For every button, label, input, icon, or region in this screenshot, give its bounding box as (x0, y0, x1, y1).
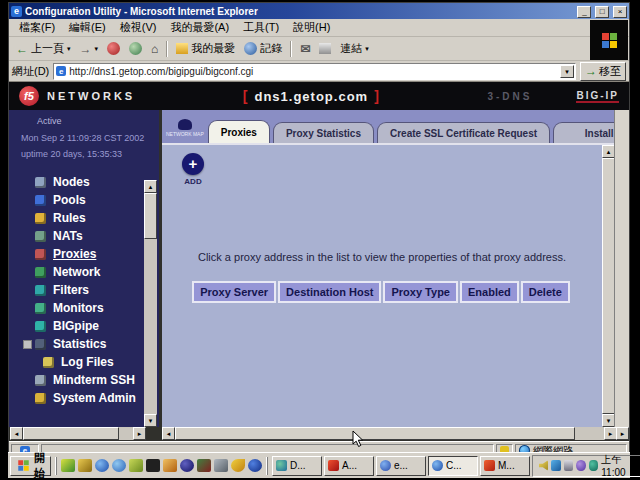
address-input[interactable] (69, 66, 560, 77)
quick-launch-icon[interactable] (146, 459, 160, 472)
network-status-icon[interactable] (589, 460, 598, 471)
task-icon (432, 460, 443, 471)
product-bigip-label: BIG-IP (576, 90, 619, 103)
close-button[interactable]: × (613, 6, 627, 18)
window-controls: _ □ × (576, 5, 627, 18)
home-button[interactable]: ⌂ (148, 42, 161, 56)
messenger-icon[interactable] (551, 460, 560, 471)
display-icon[interactable] (564, 460, 573, 471)
forward-button[interactable]: → ▾ (77, 42, 102, 56)
address-dropdown-button[interactable]: ▾ (560, 65, 574, 78)
sidebar-item-network[interactable]: Network (9, 263, 159, 281)
mail-button[interactable]: ✉ (297, 42, 313, 56)
scroll-up-icon[interactable]: ▴ (144, 180, 157, 193)
sidebar-item-log-files[interactable]: Log Files (9, 353, 159, 371)
taskbar-divider (55, 457, 57, 475)
volume-icon[interactable] (539, 460, 548, 471)
scrollbar-thumb[interactable] (175, 427, 575, 440)
menu-favorites[interactable]: 我的最愛(A) (164, 19, 235, 36)
windows-flag-icon (18, 460, 29, 471)
expand-icon[interactable] (23, 340, 32, 349)
tab-proxy-statistics[interactable]: Proxy Statistics (273, 122, 374, 143)
scroll-left-icon[interactable]: ◂ (10, 427, 23, 440)
column-destination-host: Destination Host (278, 281, 381, 303)
network-map-icon (178, 119, 192, 130)
quick-launch-icon[interactable] (129, 459, 143, 472)
corner-scroll-button[interactable]: ▸ (616, 427, 629, 440)
scroll-right-icon[interactable]: ▸ (133, 427, 146, 440)
sidebar-item-filters[interactable]: Filters (9, 281, 159, 299)
f5-logo-icon: f5 (19, 86, 39, 106)
go-button[interactable]: → 移至 (580, 62, 626, 81)
frameset: Active Mon Sep 2 11:09:28 CST 2002 uptim… (9, 110, 629, 427)
window-scroll-gutter (614, 110, 629, 427)
task-label: D... (290, 460, 306, 471)
system-tray: 上午 11:00 (532, 455, 640, 477)
update-icon[interactable] (576, 460, 585, 471)
start-button[interactable]: 開始 (10, 456, 51, 476)
task-button-3[interactable]: e... (376, 456, 426, 476)
add-label: ADD (178, 177, 208, 186)
sidebar-item-rules[interactable]: Rules (9, 209, 159, 227)
sidebar-item-proxies[interactable]: Proxies (9, 245, 159, 263)
quick-launch-icon[interactable] (214, 459, 228, 472)
quick-launch-icon[interactable] (180, 459, 194, 472)
quick-launch-icon[interactable] (61, 459, 75, 472)
sidebar-item-mindterm-ssh[interactable]: Mindterm SSH (9, 371, 159, 389)
quick-launch-icon[interactable] (231, 459, 245, 472)
sidebar-item-system-admin[interactable]: System Admin (9, 389, 159, 407)
main-horizontal-scrollbar[interactable]: ◂ ▸ (162, 427, 617, 440)
sidebar-item-monitors[interactable]: Monitors (9, 299, 159, 317)
taskbar-clock[interactable]: 上午 11:00 (601, 453, 638, 478)
stop-button[interactable] (104, 41, 123, 56)
back-button[interactable]: ← 上一頁 ▾ (13, 40, 74, 57)
refresh-button[interactable] (126, 41, 145, 56)
tab-create-ssl-certificate-request[interactable]: Create SSL Certificate Request (377, 122, 550, 143)
menu-edit[interactable]: 編輯(E) (63, 19, 112, 36)
sidebar-item-statistics[interactable]: Statistics (9, 335, 159, 353)
task-icon (276, 460, 287, 471)
menu-file[interactable]: 檔案(F) (13, 19, 61, 36)
scroll-left-icon[interactable]: ◂ (162, 427, 175, 440)
maximize-button[interactable]: □ (595, 6, 609, 18)
plus-icon[interactable]: + (182, 153, 204, 175)
history-button[interactable]: 記錄 (241, 40, 285, 57)
add-proxy-button[interactable]: + ADD (178, 153, 208, 186)
windows-flag-icon (602, 33, 617, 48)
favorites-button[interactable]: 我的最愛 (173, 40, 238, 57)
task-button-1[interactable]: D... (272, 456, 322, 476)
scrollbar-thumb[interactable] (23, 427, 119, 440)
left-bracket: [ (243, 88, 249, 104)
unit-uptime: uptime 20 days, 15:35:33 (21, 149, 159, 159)
sidebar-horizontal-scrollbar[interactable]: ◂ ▸ (10, 427, 146, 440)
scroll-down-icon[interactable]: ▾ (144, 414, 157, 427)
print-button[interactable] (316, 42, 334, 55)
back-dropdown-icon[interactable]: ▾ (67, 45, 71, 53)
task-button-4-active[interactable]: C... (428, 456, 478, 476)
scroll-right-icon[interactable]: ▸ (616, 427, 629, 440)
sidebar-item-pools[interactable]: Pools (9, 191, 159, 209)
menu-view[interactable]: 檢視(V) (114, 19, 163, 36)
scrollbar-thumb[interactable] (144, 193, 157, 239)
minimize-button[interactable]: _ (577, 6, 591, 18)
task-button-2[interactable]: A... (324, 456, 374, 476)
quick-launch-icon[interactable] (248, 459, 262, 472)
quick-launch-icon[interactable] (163, 459, 177, 472)
forward-dropdown-icon[interactable]: ▾ (95, 45, 99, 53)
sidebar-vertical-scrollbar[interactable]: ▴ ▾ (144, 180, 157, 427)
quick-launch-icon[interactable] (197, 459, 211, 472)
menu-tools[interactable]: 工具(T) (237, 19, 285, 36)
ie-throbber-logo (590, 20, 628, 60)
menu-help[interactable]: 說明(H) (287, 19, 336, 36)
links-button[interactable]: 連結 ▾ (337, 40, 372, 57)
quick-launch-icon[interactable] (78, 459, 92, 472)
quick-launch-icon[interactable] (112, 459, 126, 472)
task-button-5[interactable]: M... (480, 456, 530, 476)
sidebar-item-bigpipe[interactable]: BIGpipe (9, 317, 159, 335)
tab-install-ssl-certificate[interactable]: Install SSL Certifi (553, 122, 615, 143)
sidebar-item-nats[interactable]: NATs (9, 227, 159, 245)
sidebar-item-nodes[interactable]: Nodes (9, 173, 159, 191)
network-map-button[interactable]: NETWORK MAP (166, 115, 204, 141)
quick-launch-icon[interactable] (95, 459, 109, 472)
tab-proxies[interactable]: Proxies (208, 120, 270, 143)
